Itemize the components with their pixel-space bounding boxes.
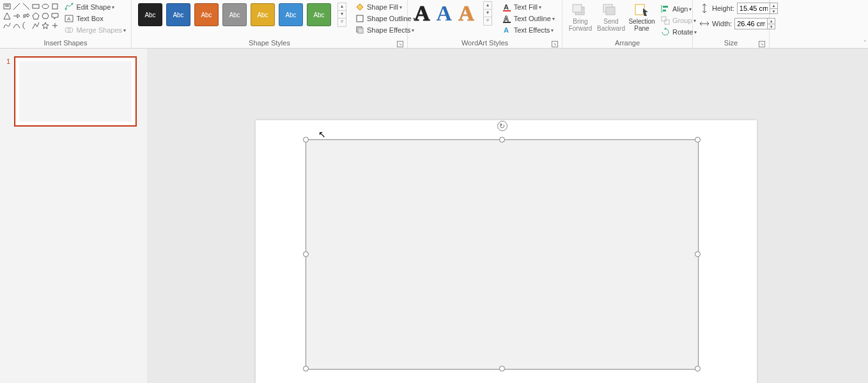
wordart-gallery[interactable]: A A A ▴▾▿: [410, 0, 496, 27]
group-label-insert-shapes: Insert Shapes: [3, 38, 128, 48]
slide-thumbnail-1[interactable]: 1: [6, 56, 141, 127]
resize-handle-s[interactable]: [499, 366, 505, 371]
dialog-launcher-icon[interactable]: ↘: [759, 41, 765, 47]
ribbon: Edit Shape ▾ A Text Box Merge Shapes ▾ I…: [0, 0, 868, 49]
svg-line-3: [13, 3, 20, 10]
svg-rect-18: [358, 28, 363, 33]
shape-oval-icon[interactable]: [41, 2, 49, 10]
shape-freeform-icon[interactable]: [31, 21, 40, 29]
shape-line2-icon[interactable]: [22, 2, 30, 10]
svg-line-4: [23, 3, 29, 10]
svg-rect-25: [573, 4, 582, 12]
bring-forward-button: Bring Forward: [565, 2, 596, 32]
dropdown-caret-icon: ▾: [112, 4, 114, 10]
slide-canvas-area[interactable]: ↖: [147, 49, 868, 383]
height-input[interactable]: [737, 3, 770, 14]
wordart-gallery-spinner[interactable]: ▴▾▿: [483, 1, 492, 26]
shape-callout-icon[interactable]: [50, 12, 59, 20]
height-icon: [699, 3, 709, 13]
shape-line-icon[interactable]: [12, 2, 20, 10]
shape-rect-icon[interactable]: [31, 2, 40, 10]
shape-more-icon[interactable]: [50, 21, 59, 29]
group-wordart-styles: A A A ▴▾▿ A Text Fill▾ A Text Outline▾ A…: [408, 0, 562, 48]
shape-arrow-turn-icon[interactable]: [22, 12, 30, 20]
workspace: 1 ↖: [0, 49, 868, 383]
resize-handle-se[interactable]: [695, 366, 701, 371]
dropdown-caret-icon: ▾: [123, 27, 126, 33]
group-insert-shapes: Edit Shape ▾ A Text Box Merge Shapes ▾ I…: [0, 0, 132, 48]
style-swatch-1[interactable]: Abc: [138, 3, 162, 26]
svg-rect-27: [606, 7, 615, 15]
selected-shape[interactable]: [306, 139, 699, 370]
shape-star-icon[interactable]: [41, 21, 49, 29]
shape-style-gallery[interactable]: Abc Abc Abc Abc Abc Abc Abc ▴▾▿: [134, 0, 349, 27]
style-swatch-7[interactable]: Abc: [307, 3, 331, 26]
width-input[interactable]: [734, 18, 768, 29]
wordart-style-3[interactable]: A: [458, 1, 474, 26]
shapes-gallery[interactable]: [3, 0, 59, 29]
svg-text:A: A: [504, 15, 509, 22]
shape-connector-icon[interactable]: [3, 21, 11, 29]
thumbnail-preview[interactable]: [14, 56, 137, 127]
svg-text:A: A: [504, 26, 509, 34]
wordart-style-2[interactable]: A: [437, 1, 453, 26]
svg-rect-7: [52, 4, 58, 9]
text-box-button[interactable]: A Text Box: [62, 13, 128, 24]
resize-handle-e[interactable]: [695, 251, 701, 257]
rotate-icon: [661, 27, 670, 36]
text-fill-button[interactable]: A Text Fill▾: [500, 1, 557, 13]
thumbnail-pane[interactable]: 1: [0, 49, 147, 383]
resize-handle-n[interactable]: [499, 137, 505, 143]
shape-fill-label: Shape Fill: [367, 3, 398, 11]
shape-arrow-r-icon[interactable]: [12, 12, 20, 20]
text-outline-button[interactable]: A Text Outline▾: [500, 13, 557, 24]
mouse-cursor-icon: ↖: [318, 129, 326, 139]
dialog-launcher-icon[interactable]: ↘: [552, 41, 558, 47]
send-backward-icon: [602, 3, 620, 17]
style-swatch-4[interactable]: Abc: [222, 3, 247, 26]
slide-number: 1: [6, 58, 10, 127]
width-spinner[interactable]: ▲▼: [768, 18, 775, 29]
group-label-shape-styles: Shape Styles: [249, 39, 290, 47]
text-outline-icon: A: [502, 14, 511, 23]
style-swatch-6[interactable]: Abc: [279, 3, 303, 26]
edit-shape-button[interactable]: Edit Shape ▾: [62, 1, 128, 13]
resize-handle-sw[interactable]: [303, 366, 309, 371]
merge-shapes-button: Merge Shapes ▾: [62, 24, 128, 36]
shape-square-icon[interactable]: [50, 2, 59, 10]
svg-rect-16: [357, 15, 363, 22]
collapse-ribbon-icon[interactable]: ˄: [864, 40, 867, 46]
resize-handle-w[interactable]: [303, 251, 309, 257]
svg-point-11: [72, 3, 74, 5]
selection-pane-button[interactable]: Selection Pane: [626, 2, 657, 32]
svg-rect-30: [663, 6, 668, 8]
selection-pane-label: Selection Pane: [628, 18, 656, 32]
shape-outline-label: Shape Outline: [367, 15, 412, 22]
shape-brace-icon[interactable]: [22, 21, 30, 29]
shape-pentagon-icon[interactable]: [31, 12, 40, 20]
gallery-spinner[interactable]: ▴▾▿: [337, 3, 346, 27]
resize-handle-nw[interactable]: [303, 137, 309, 143]
width-icon: [699, 19, 709, 29]
svg-rect-5: [33, 4, 39, 8]
shape-hex-icon[interactable]: [41, 12, 49, 20]
style-swatch-5[interactable]: Abc: [251, 3, 275, 26]
shape-triangle-icon[interactable]: [3, 12, 11, 20]
align-label: Align: [672, 5, 688, 13]
svg-rect-28: [635, 4, 644, 15]
group-label-arrange: Arrange: [565, 38, 690, 48]
svg-point-10: [65, 8, 67, 10]
rotation-handle[interactable]: [497, 121, 508, 131]
edit-shape-label: Edit Shape: [76, 3, 111, 11]
style-swatch-3[interactable]: Abc: [194, 3, 219, 26]
style-swatch-2[interactable]: Abc: [166, 3, 190, 26]
shape-textbox-icon[interactable]: [3, 2, 11, 10]
shape-curve-icon[interactable]: [12, 21, 20, 29]
dialog-launcher-icon[interactable]: ↘: [397, 41, 403, 47]
group-label-wordart: WordArt Styles: [461, 39, 508, 47]
height-spinner[interactable]: ▲▼: [770, 3, 778, 14]
resize-handle-ne[interactable]: [695, 137, 701, 143]
wordart-style-1[interactable]: A: [414, 1, 430, 26]
group-icon: [661, 16, 670, 25]
text-effects-button[interactable]: A Text Effects▾: [500, 24, 557, 36]
